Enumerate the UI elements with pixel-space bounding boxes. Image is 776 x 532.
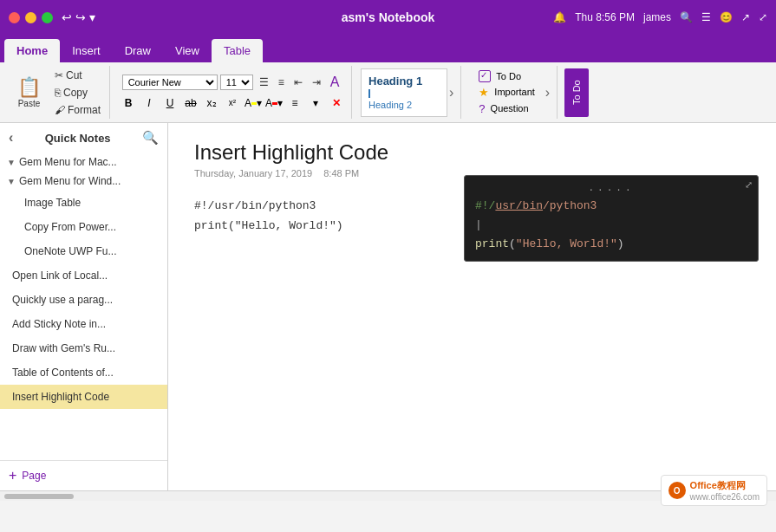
styles-chevron[interactable]: › bbox=[447, 83, 455, 102]
numbered-list-button[interactable]: ≡ bbox=[275, 75, 288, 90]
sidebar-section-gem-mac[interactable]: ▼ Gem Menu for Mac... bbox=[0, 152, 167, 172]
styles-selector: Heading 1 Heading 2 › bbox=[361, 68, 455, 117]
print-line: print("Hello, World!") bbox=[475, 235, 747, 254]
search-icon[interactable]: 🔍 bbox=[680, 11, 693, 23]
print-paren-close: ) bbox=[617, 237, 624, 250]
user-avatar[interactable]: 😊 bbox=[720, 11, 733, 23]
content-area: Insert Highlight Code Thursday, January … bbox=[168, 123, 776, 490]
menu-icon[interactable]: ☰ bbox=[701, 11, 711, 23]
chevron-down-icon: ▼ bbox=[7, 177, 16, 186]
tab-insert[interactable]: Insert bbox=[60, 39, 113, 62]
tag-question[interactable]: ? Question bbox=[475, 101, 538, 116]
scissors-icon: ✂ bbox=[55, 69, 63, 81]
tags-list: ✓ To Do ★ Important ? Question bbox=[470, 69, 543, 116]
horizontal-scrollbar[interactable] bbox=[0, 490, 776, 501]
chevron-down-icon: ▼ bbox=[7, 158, 16, 167]
font-color-dropdown[interactable]: ▾ bbox=[277, 97, 283, 109]
tab-view[interactable]: View bbox=[163, 39, 212, 62]
maximize-button[interactable] bbox=[42, 12, 53, 23]
add-page-button[interactable]: + Page bbox=[0, 460, 167, 490]
sidebar-title: Quick Notes bbox=[45, 132, 111, 145]
sidebar-item-table-contents[interactable]: Table of Contents of... bbox=[0, 360, 167, 385]
watermark-icon: O bbox=[668, 482, 686, 499]
sidebar-item-insert-highlight[interactable]: Insert Highlight Code bbox=[0, 385, 167, 409]
todo-sidebar-btn-group: To Do bbox=[561, 66, 592, 119]
todo-checkbox: ✓ bbox=[479, 70, 491, 82]
tab-home[interactable]: Home bbox=[4, 39, 60, 62]
tag-important[interactable]: ★ Important bbox=[475, 85, 538, 100]
font-family-select[interactable]: Courier New bbox=[122, 75, 218, 90]
underline-button[interactable]: U bbox=[160, 94, 179, 113]
minimize-button[interactable] bbox=[25, 12, 36, 23]
ribbon-toolbar: 📋 Paste ✂ Cut ⎘ Copy 🖌 Format bbox=[0, 62, 776, 123]
sidebar-item-add-sticky[interactable]: Add Sticky Note in... bbox=[0, 312, 167, 336]
sidebar-search-button[interactable]: 🔍 bbox=[142, 130, 159, 146]
font-color-icon: A bbox=[265, 97, 272, 109]
clear-format-button[interactable]: A bbox=[327, 73, 343, 92]
sidebar-item-open-link[interactable]: Open Link of Local... bbox=[0, 263, 167, 288]
highlight-color-button[interactable]: A ▾ bbox=[244, 94, 263, 113]
page-date: Thursday, January 17, 2019 bbox=[194, 168, 312, 178]
notification-icon[interactable]: 🔔 bbox=[553, 11, 566, 23]
alignment-button[interactable]: ≡ bbox=[285, 94, 304, 113]
undo-button[interactable]: ↩ bbox=[62, 10, 72, 24]
align-dropdown[interactable]: ▾ bbox=[306, 94, 325, 113]
scrollbar-thumb[interactable] bbox=[4, 494, 74, 499]
clipboard-group: 📋 Paste ✂ Cut ⎘ Copy 🖌 Format bbox=[5, 66, 110, 119]
sidebar-item-quickly-use[interactable]: Quickly use a parag... bbox=[0, 288, 167, 312]
styles-box[interactable]: Heading 1 Heading 2 bbox=[361, 68, 447, 117]
font-color-button[interactable]: A ▾ bbox=[264, 94, 284, 113]
delete-button[interactable]: ✕ bbox=[327, 94, 346, 113]
italic-button[interactable]: I bbox=[140, 94, 159, 113]
shebang-python: /python3 bbox=[543, 199, 597, 212]
tags-more-chevron[interactable]: › bbox=[544, 83, 551, 102]
print-arg: "Hello, World!" bbox=[516, 237, 617, 250]
tab-draw[interactable]: Draw bbox=[113, 39, 163, 62]
paste-button[interactable]: 📋 Paste bbox=[10, 73, 48, 112]
code-box-dots: ..... bbox=[475, 183, 747, 193]
subscript-button[interactable]: x₂ bbox=[202, 94, 221, 113]
sidebar-item-onenote-uwp[interactable]: OneNote UWP Fu... bbox=[0, 239, 167, 263]
tag-todo[interactable]: ✓ To Do bbox=[475, 69, 538, 83]
code-highlight-box: ..... ⤢ #!/usr/bin/python3 | print("Hell… bbox=[464, 175, 759, 262]
watermark-url: www.office26.com bbox=[690, 492, 760, 502]
share-icon[interactable]: ↗ bbox=[741, 11, 750, 23]
clipboard-top: 📋 Paste ✂ Cut ⎘ Copy 🖌 Format bbox=[10, 68, 104, 118]
tab-table[interactable]: Table bbox=[212, 39, 263, 62]
font-size-select[interactable]: 11 bbox=[220, 75, 253, 90]
quick-access-more[interactable]: ▾ bbox=[89, 10, 95, 24]
font-row: Courier New 11 ☰ ≡ ⇤ ⇥ A bbox=[122, 73, 343, 92]
indent-increase-button[interactable]: ⇥ bbox=[309, 75, 324, 90]
shebang-line: #!/usr/bin/python3 bbox=[475, 197, 747, 216]
sidebar-header: ‹ Quick Notes 🔍 bbox=[0, 123, 167, 152]
strikethrough-button[interactable]: ab bbox=[181, 94, 200, 113]
sidebar-item-draw-gem[interactable]: Draw with Gem's Ru... bbox=[0, 336, 167, 360]
undo-redo-group: ↩ ↪ ▾ bbox=[62, 10, 95, 24]
todo-sidebar-button[interactable]: To Do bbox=[564, 68, 589, 117]
superscript-button[interactable]: x² bbox=[223, 94, 242, 113]
tags-group: ✓ To Do ★ Important ? Question › bbox=[465, 66, 558, 119]
redo-button[interactable]: ↪ bbox=[75, 10, 86, 24]
highlight-dropdown[interactable]: ▾ bbox=[257, 97, 262, 109]
format-button[interactable]: 🖌 Format bbox=[51, 102, 104, 118]
shebang-hash: #!/ bbox=[475, 199, 495, 212]
highlight-icon: A bbox=[245, 97, 251, 109]
watermark-text: Office教程网 www.office26.com bbox=[690, 479, 760, 502]
copy-button[interactable]: ⎘ Copy bbox=[51, 85, 104, 101]
sidebar-item-copy-from-power[interactable]: Copy From Power... bbox=[0, 215, 167, 239]
sidebar-item-image-table[interactable]: Image Table bbox=[0, 191, 167, 215]
expand-icon[interactable]: ⤢ bbox=[759, 11, 767, 23]
bullet-list-button[interactable]: ☰ bbox=[256, 75, 272, 90]
traffic-lights bbox=[9, 12, 53, 23]
indent-decrease-button[interactable]: ⇤ bbox=[290, 75, 306, 90]
star-icon: ★ bbox=[479, 86, 489, 99]
styles-group: Heading 1 Heading 2 › bbox=[355, 66, 461, 119]
close-button[interactable] bbox=[9, 12, 20, 23]
add-page-label: Page bbox=[22, 470, 46, 482]
sidebar-collapse-button[interactable]: ‹ bbox=[9, 130, 13, 146]
format-buttons: B I U ab x₂ x² A ▾ A ▾ ≡ ▾ ✕ bbox=[119, 94, 346, 113]
expand-code-button[interactable]: ⤢ bbox=[745, 179, 753, 191]
cut-button[interactable]: ✂ Cut bbox=[51, 68, 104, 83]
bold-button[interactable]: B bbox=[119, 94, 138, 113]
sidebar-section-gem-win[interactable]: ▼ Gem Menu for Wind... bbox=[0, 172, 167, 191]
